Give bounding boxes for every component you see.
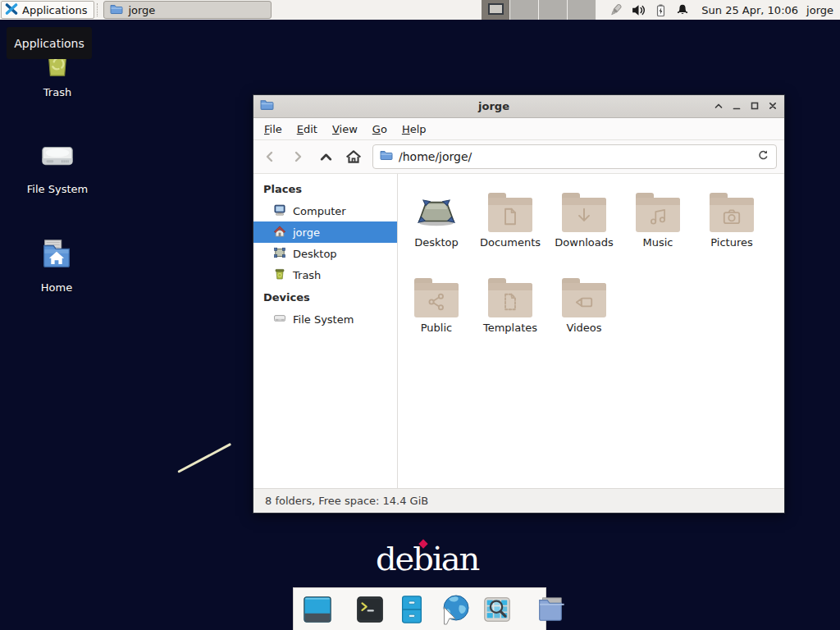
computer-icon [273,203,286,219]
desktop-icon-label: File System [27,183,88,195]
folder-item-label: Public [421,322,452,334]
folder-item-templates[interactable]: Templates [473,270,547,349]
folder-item-label: Documents [480,236,541,249]
menu-help[interactable]: Help [395,120,434,139]
close-icon[interactable] [768,98,778,114]
xfce-logo-icon [5,2,18,18]
sidebar-header-devices: Devices [253,285,397,308]
notifications-bell-icon[interactable] [675,2,690,18]
workspace-window-preview [488,3,504,15]
app-finder-icon[interactable] [482,594,513,625]
window-content: Places Computer [253,174,784,488]
desktop-icon [273,246,286,262]
forward-icon[interactable] [289,148,307,166]
folder-item-label: Videos [566,322,601,334]
volume-icon[interactable] [631,2,646,18]
minimize-icon[interactable] [732,98,742,114]
applications-menu-button[interactable]: Applications [1,1,94,19]
path-entry[interactable]: /home/jorge/ [372,144,777,169]
status-text: 8 folders, Free space: 14.4 GiB [265,495,428,507]
file-cabinet-icon[interactable] [396,594,427,625]
desktop-icon-file-system[interactable]: File System [16,138,98,195]
window-folder-icon [260,98,274,115]
menu-edit[interactable]: Edit [290,120,325,139]
desktop-surface-icon [415,185,458,232]
bottom-dock [293,587,546,630]
path-value[interactable]: /home/jorge/ [399,150,751,163]
panel-clock[interactable]: Sun 25 Apr, 10:06 [701,4,798,16]
status-bar: 8 folders, Free space: 14.4 GiB [253,488,784,513]
downloads-folder-icon [562,198,606,232]
places-sidebar: Places Computer [253,174,398,488]
home-folder-icon [38,236,75,277]
desktop-icon-label: Home [41,281,72,294]
taskbar-window-label: jorge [128,4,155,16]
shade-icon[interactable] [714,98,724,114]
path-folder-icon [380,148,393,165]
maximize-icon[interactable] [750,98,760,114]
folder-item-desktop[interactable]: Desktop [399,185,473,263]
folder-view: Desktop Documents Downloads [398,174,784,488]
folder-icon[interactable] [534,594,567,625]
pen-icon[interactable] [608,2,623,18]
folder-item-downloads[interactable]: Downloads [547,185,621,263]
workspace-1[interactable] [482,0,510,20]
system-tray [608,2,690,18]
reload-icon[interactable] [757,149,769,165]
home-icon[interactable] [345,148,363,166]
sidebar-item-label: Computer [293,205,346,217]
window-title: jorge [274,100,714,112]
folder-item-videos[interactable]: Videos [547,270,621,349]
hard-drive-icon [39,138,76,179]
workspace-switcher[interactable] [482,0,596,20]
panel-user-label: jorge [806,4,833,16]
web-browser-icon[interactable] [438,593,471,626]
debian-text: debian [376,540,478,578]
pictures-folder-icon [710,198,754,232]
folder-item-public[interactable]: Public [399,270,473,349]
sidebar-item-label: File System [293,313,354,326]
applications-button-label: Applications [22,4,87,16]
terminal-icon[interactable] [354,594,386,625]
folder-item-label: Music [643,236,673,249]
sidebar-item-jorge[interactable]: jorge [253,221,397,243]
folder-item-label: Desktop [414,236,459,249]
workspace-4[interactable] [568,0,596,20]
folder-item-pictures[interactable]: Pictures [695,185,769,263]
trash-icon [273,267,286,283]
menu-file[interactable]: File [257,120,290,139]
desktop-icon-home[interactable]: Home [16,236,98,294]
wallpaper-swoosh [177,443,231,473]
window-icon[interactable] [302,594,333,625]
workspace-2[interactable] [510,0,539,20]
battery-icon[interactable] [654,2,668,18]
menu-view[interactable]: View [325,120,365,139]
toolbar: /home/jorge/ [253,140,784,174]
menu-go[interactable]: Go [365,120,395,139]
sidebar-item-computer[interactable]: Computer [253,200,397,221]
folder-icon [110,2,123,18]
sidebar-item-label: Desktop [293,248,337,260]
window-controls [714,98,778,114]
menu-bar: File Edit View Go Help [253,118,784,140]
folder-item-label: Pictures [710,236,752,249]
window-titlebar[interactable]: jorge [253,95,784,118]
tooltip-text: Applications [14,37,84,50]
sidebar-item-desktop[interactable]: Desktop [253,243,397,264]
folder-item-label: Downloads [555,236,613,249]
back-icon[interactable] [261,148,279,166]
workspace-3[interactable] [539,0,568,20]
debian-wordmark: debian [376,540,478,578]
folder-item-music[interactable]: Music [621,185,695,263]
sidebar-item-trash[interactable]: Trash [253,264,397,285]
sidebar-item-file-system[interactable]: File System [253,308,397,330]
desktop-icon-label: Trash [43,86,71,98]
public-folder-icon [414,283,459,317]
folder-item-documents[interactable]: Documents [473,185,547,263]
up-icon[interactable] [317,148,335,166]
panel-handle [97,3,98,16]
user-home-icon [273,225,286,240]
drive-icon [273,312,286,327]
taskbar-window-button[interactable]: jorge [103,1,272,19]
applications-tooltip: Applications [7,27,92,59]
